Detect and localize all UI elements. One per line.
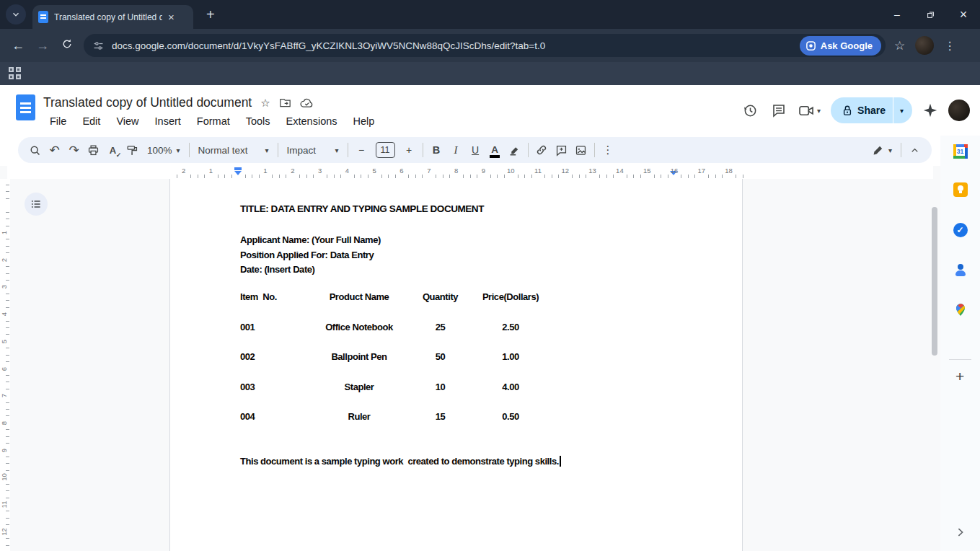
tasks-icon: ✓ bbox=[953, 223, 968, 237]
docs-toolbar: ↶ ↷ A✓ 100%▾ Normal text▾ Impact▾ bbox=[18, 137, 932, 163]
url-bar[interactable]: docs.google.com/document/d/1VkyYsFABffG_… bbox=[84, 34, 886, 57]
image-icon bbox=[575, 144, 587, 157]
share-dropdown-button[interactable]: ▾ bbox=[893, 107, 912, 115]
menu-tools[interactable]: Tools bbox=[239, 114, 277, 128]
docs-logo-icon[interactable] bbox=[16, 94, 35, 120]
meet-dropdown-caret[interactable]: ▾ bbox=[817, 107, 821, 115]
site-settings-icon bbox=[92, 40, 105, 52]
vertical-ruler: 123456789101112 bbox=[0, 179, 10, 551]
gemini-button[interactable] bbox=[922, 102, 938, 118]
expand-panel-button[interactable] bbox=[955, 526, 966, 541]
chevron-up-icon bbox=[909, 145, 920, 156]
paragraph-style-select[interactable]: Normal text▾ bbox=[193, 141, 274, 160]
docs-favicon-icon bbox=[38, 11, 48, 23]
version-history-button[interactable] bbox=[741, 101, 759, 120]
redo-button[interactable]: ↷ bbox=[64, 141, 84, 160]
font-size-field[interactable]: 11 bbox=[376, 142, 395, 158]
lock-icon bbox=[842, 105, 852, 116]
print-icon bbox=[87, 144, 100, 157]
vertical-scrollbar[interactable] bbox=[932, 207, 937, 356]
highlighter-icon bbox=[508, 144, 521, 157]
comments-button[interactable] bbox=[769, 101, 788, 120]
editing-mode-select[interactable]: ▾ bbox=[868, 141, 897, 160]
link-icon bbox=[535, 144, 548, 157]
text-color-button[interactable]: A bbox=[485, 141, 505, 160]
keep-app-button[interactable] bbox=[953, 182, 968, 197]
folder-move-icon bbox=[279, 97, 291, 108]
tasks-app-button[interactable]: ✓ bbox=[953, 222, 968, 237]
tab-close-button[interactable]: × bbox=[165, 10, 177, 24]
decrease-font-button[interactable]: − bbox=[352, 141, 371, 160]
insert-link-button[interactable] bbox=[532, 141, 552, 160]
account-avatar[interactable] bbox=[948, 100, 970, 121]
spellcheck-button[interactable]: A✓ bbox=[103, 141, 123, 160]
tab-search-button[interactable] bbox=[6, 4, 26, 25]
highlight-color-button[interactable] bbox=[505, 141, 524, 160]
text-cursor bbox=[560, 456, 561, 467]
star-document-button[interactable]: ☆ bbox=[260, 97, 270, 110]
document-outline-button[interactable] bbox=[25, 193, 48, 216]
sparkle-icon bbox=[922, 102, 938, 118]
restore-button[interactable] bbox=[914, 0, 947, 29]
menu-view[interactable]: View bbox=[110, 114, 145, 128]
bold-button[interactable]: B bbox=[427, 141, 446, 160]
menu-insert[interactable]: Insert bbox=[149, 114, 187, 128]
video-camera-icon bbox=[798, 104, 815, 118]
add-comment-button[interactable] bbox=[552, 141, 571, 160]
docs-header: Translated copy of Untitled document ☆ F… bbox=[0, 85, 980, 136]
increase-font-button[interactable]: + bbox=[399, 141, 419, 160]
search-menus-button[interactable] bbox=[25, 141, 45, 160]
chevron-right-icon bbox=[955, 526, 966, 538]
italic-button[interactable]: I bbox=[446, 141, 466, 160]
menu-extensions[interactable]: Extensions bbox=[280, 114, 344, 128]
print-button[interactable] bbox=[84, 141, 103, 160]
font-family-select[interactable]: Impact▾ bbox=[282, 141, 344, 160]
contacts-app-button[interactable] bbox=[953, 263, 968, 278]
browser-menu-button[interactable]: ⋮ bbox=[944, 39, 955, 53]
bookmarks-bar bbox=[0, 62, 980, 85]
hide-menus-button[interactable] bbox=[905, 141, 924, 160]
cloud-status-button[interactable] bbox=[300, 97, 314, 108]
document-title[interactable]: Translated copy of Untitled document bbox=[43, 95, 252, 110]
maps-pin-icon bbox=[953, 302, 968, 317]
minimize-button[interactable]: – bbox=[880, 0, 914, 29]
keep-icon bbox=[953, 182, 968, 197]
paint-roller-icon bbox=[126, 144, 138, 157]
close-window-button[interactable]: × bbox=[947, 0, 980, 29]
paint-format-button[interactable] bbox=[123, 141, 142, 160]
menu-edit[interactable]: Edit bbox=[76, 114, 107, 128]
doc-info-line: Date: (Insert Date) bbox=[240, 263, 381, 278]
browser-tab[interactable]: Translated copy of Untitled doc × bbox=[32, 5, 193, 29]
doc-info-line: Position Applied For: Data Entry bbox=[240, 248, 381, 263]
new-tab-button[interactable]: + bbox=[202, 6, 219, 22]
left-indent-marker[interactable] bbox=[234, 167, 242, 175]
add-app-button[interactable]: + bbox=[955, 369, 964, 384]
menu-help[interactable]: Help bbox=[347, 114, 381, 128]
share-button[interactable]: Share bbox=[831, 105, 893, 116]
underline-button[interactable]: U bbox=[466, 141, 485, 160]
back-button[interactable]: ← bbox=[6, 38, 30, 53]
browser-window: Translated copy of Untitled doc × + – × … bbox=[0, 0, 980, 551]
document-page[interactable]: TITLE: DATA ENTRY AND TYPING SAMPLE DOCU… bbox=[169, 179, 743, 551]
maps-app-button[interactable] bbox=[953, 302, 968, 317]
cloud-saved-icon bbox=[300, 97, 314, 108]
bookmark-star-button[interactable]: ☆ bbox=[894, 38, 905, 53]
reload-button[interactable] bbox=[55, 38, 79, 53]
ask-google-button[interactable]: Ask Google bbox=[800, 36, 881, 56]
browser-avatar[interactable] bbox=[915, 36, 934, 55]
move-folder-button[interactable] bbox=[279, 97, 291, 108]
zoom-select[interactable]: 100%▾ bbox=[142, 141, 185, 160]
doc-title-line: TITLE: DATA ENTRY AND TYPING SAMPLE DOCU… bbox=[240, 203, 484, 214]
undo-button[interactable]: ↶ bbox=[45, 141, 64, 160]
table-row: 002 Ballpoint Pen 50 1.00 bbox=[240, 351, 554, 362]
restore-icon bbox=[926, 10, 935, 19]
menu-file[interactable]: File bbox=[43, 114, 73, 128]
toolbar-more-button[interactable]: ⋮ bbox=[599, 141, 618, 160]
forward-button[interactable]: → bbox=[30, 38, 55, 53]
apps-grid-icon[interactable] bbox=[9, 67, 22, 80]
menu-format[interactable]: Format bbox=[190, 114, 237, 128]
tab-strip: Translated copy of Untitled doc × + – × bbox=[0, 0, 980, 29]
insert-image-button[interactable] bbox=[571, 141, 591, 160]
calendar-app-button[interactable]: 31 bbox=[953, 144, 968, 159]
meet-button[interactable]: ▾ bbox=[798, 104, 821, 118]
